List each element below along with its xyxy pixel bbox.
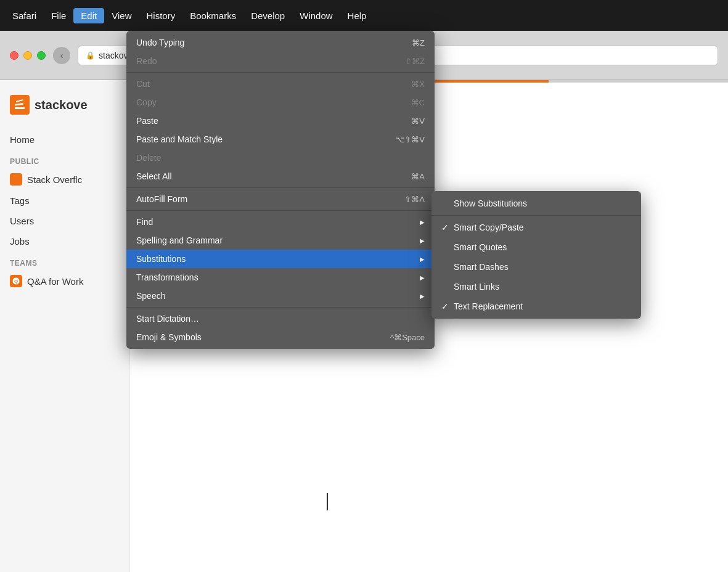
menu-redo-shortcut: ⇧⌘Z xyxy=(405,57,425,66)
separator-4 xyxy=(126,307,435,308)
menu-speech-label: Speech xyxy=(136,291,165,301)
menu-paste-match-style-label: Paste and Match Style xyxy=(136,134,223,144)
submenu-smart-copy-paste[interactable]: ✓ Smart Copy/Paste xyxy=(431,218,641,237)
menu-select-all-label: Select All xyxy=(136,171,172,181)
menu-spelling-grammar-label: Spelling and Grammar xyxy=(136,235,223,245)
menu-paste-match-style[interactable]: Paste and Match Style ⌥⇧⌘V xyxy=(126,130,435,149)
menu-substitutions-label: Substitutions xyxy=(136,254,186,264)
menubar-safari[interactable]: Safari xyxy=(5,8,44,23)
menu-spelling-grammar[interactable]: Spelling and Grammar ▶ xyxy=(126,231,435,250)
menu-paste[interactable]: Paste ⌘V xyxy=(126,112,435,130)
traffic-lights xyxy=(10,51,46,60)
menu-undo-typing[interactable]: Undo Typing ⌘Z xyxy=(126,33,435,52)
svg-text:Q: Q xyxy=(14,279,18,284)
smart-copy-paste-check: ✓ xyxy=(441,223,454,232)
speech-arrow-icon: ▶ xyxy=(420,293,425,300)
menu-autofill-form[interactable]: AutoFill Form ⇧⌘A xyxy=(126,190,435,208)
menubar-help[interactable]: Help xyxy=(340,8,374,23)
menubar: Safari File Edit View History Bookmarks … xyxy=(0,0,728,31)
qa-for-work-icon: Q xyxy=(10,275,22,287)
menubar-bookmarks[interactable]: Bookmarks xyxy=(182,8,243,23)
sidebar-item-stackoverflow[interactable]: Stack Overflc xyxy=(0,168,129,190)
find-arrow-icon: ▶ xyxy=(420,219,425,226)
menu-paste-label: Paste xyxy=(136,116,158,126)
minimize-button[interactable] xyxy=(23,51,32,60)
menu-select-all[interactable]: Select All ⌘A xyxy=(126,167,435,186)
smart-quotes-label: Smart Quotes xyxy=(454,242,507,252)
svg-rect-4 xyxy=(12,175,20,184)
menubar-window[interactable]: Window xyxy=(292,8,340,23)
sidebar-teams-label: TEAMS xyxy=(0,251,129,270)
menu-paste-shortcut: ⌘V xyxy=(411,116,425,126)
smart-copy-paste-label: Smart Copy/Paste xyxy=(454,223,524,232)
smart-links-label: Smart Links xyxy=(454,282,499,292)
sidebar-public-label: PUBLIC xyxy=(0,150,129,168)
menubar-edit[interactable]: Edit xyxy=(73,8,104,23)
sidebar-item-users[interactable]: Users xyxy=(0,211,129,231)
so-logo-text: stackove xyxy=(35,98,88,112)
menu-emoji-symbols-shortcut: ^⌘Space xyxy=(390,333,425,342)
sub-separator-1 xyxy=(431,215,641,216)
menu-speech[interactable]: Speech ▶ xyxy=(126,287,435,305)
sidebar-item-qa-for-work[interactable]: Q Q&A for Work xyxy=(0,270,129,292)
lock-icon: 🔒 xyxy=(86,51,95,60)
menu-emoji-symbols-label: Emoji & Symbols xyxy=(136,332,202,342)
submenu-smart-quotes[interactable]: Smart Quotes xyxy=(431,237,641,257)
svg-rect-1 xyxy=(15,107,25,109)
text-cursor xyxy=(327,493,328,510)
menu-emoji-symbols[interactable]: Emoji & Symbols ^⌘Space xyxy=(126,328,435,346)
menu-copy[interactable]: Copy ⌘C xyxy=(126,93,435,112)
menu-cut-label: Cut xyxy=(136,79,150,89)
stackoverflow-logo-icon xyxy=(10,95,30,115)
close-button[interactable] xyxy=(10,51,18,60)
so-logo: stackove xyxy=(0,90,129,125)
show-substitutions-label: Show Substitutions xyxy=(454,198,527,208)
submenu-smart-links[interactable]: Smart Links xyxy=(431,277,641,296)
menu-select-all-shortcut: ⌘A xyxy=(411,172,425,181)
menu-start-dictation[interactable]: Start Dictation… xyxy=(126,309,435,328)
menu-substitutions[interactable]: Substitutions ▶ xyxy=(126,250,435,268)
menu-autofill-form-label: AutoFill Form xyxy=(136,194,187,204)
smart-dashes-label: Smart Dashes xyxy=(454,262,509,272)
menu-find[interactable]: Find ▶ xyxy=(126,213,435,231)
separator-3 xyxy=(126,210,435,211)
sidebar-item-tags[interactable]: Tags xyxy=(0,190,129,211)
menu-paste-match-style-shortcut: ⌥⇧⌘V xyxy=(395,135,425,144)
menu-transformations[interactable]: Transformations ▶ xyxy=(126,268,435,287)
menu-start-dictation-label: Start Dictation… xyxy=(136,314,199,324)
separator-2 xyxy=(126,187,435,188)
menu-copy-label: Copy xyxy=(136,97,157,107)
menu-find-label: Find xyxy=(136,217,153,227)
menubar-view[interactable]: View xyxy=(104,8,139,23)
menu-cut-shortcut: ⌘X xyxy=(411,80,425,89)
menu-delete-label: Delete xyxy=(136,153,161,163)
menu-delete[interactable]: Delete xyxy=(126,149,435,167)
stackoverflow-icon xyxy=(10,173,22,186)
sidebar-item-jobs[interactable]: Jobs xyxy=(0,231,129,251)
submenu-text-replacement[interactable]: ✓ Text Replacement xyxy=(431,296,641,316)
fullscreen-button[interactable] xyxy=(37,51,46,60)
submenu-smart-dashes[interactable]: Smart Dashes xyxy=(431,257,641,277)
separator-1 xyxy=(126,72,435,73)
menu-redo[interactable]: Redo ⇧⌘Z xyxy=(126,52,435,70)
sidebar-nav: Home PUBLIC Stack Overflc Tags Users Job… xyxy=(0,125,129,297)
text-replacement-label: Text Replacement xyxy=(454,301,523,311)
back-button[interactable]: ‹ xyxy=(53,47,70,64)
menu-copy-shortcut: ⌘C xyxy=(411,98,425,107)
menubar-develop[interactable]: Develop xyxy=(243,8,292,23)
menubar-history[interactable]: History xyxy=(139,8,182,23)
menu-autofill-form-shortcut: ⇧⌘A xyxy=(404,195,425,204)
menu-cut[interactable]: Cut ⌘X xyxy=(126,75,435,93)
sidebar-qa-label: Q&A for Work xyxy=(27,276,83,287)
sidebar-item-home[interactable]: Home xyxy=(0,129,129,150)
menu-undo-typing-shortcut: ⌘Z xyxy=(412,38,425,47)
submenu-show-substitutions[interactable]: Show Substitutions xyxy=(431,194,641,213)
menu-redo-label: Redo xyxy=(136,56,157,66)
menubar-file[interactable]: File xyxy=(44,8,73,23)
spelling-grammar-arrow-icon: ▶ xyxy=(420,237,425,244)
substitutions-submenu: Show Substitutions ✓ Smart Copy/Paste Sm… xyxy=(431,191,641,319)
menu-undo-typing-label: Undo Typing xyxy=(136,38,184,47)
text-replacement-check: ✓ xyxy=(441,301,454,311)
menu-transformations-label: Transformations xyxy=(136,272,198,282)
sidebar-stackoverflow-label: Stack Overflc xyxy=(27,174,82,185)
